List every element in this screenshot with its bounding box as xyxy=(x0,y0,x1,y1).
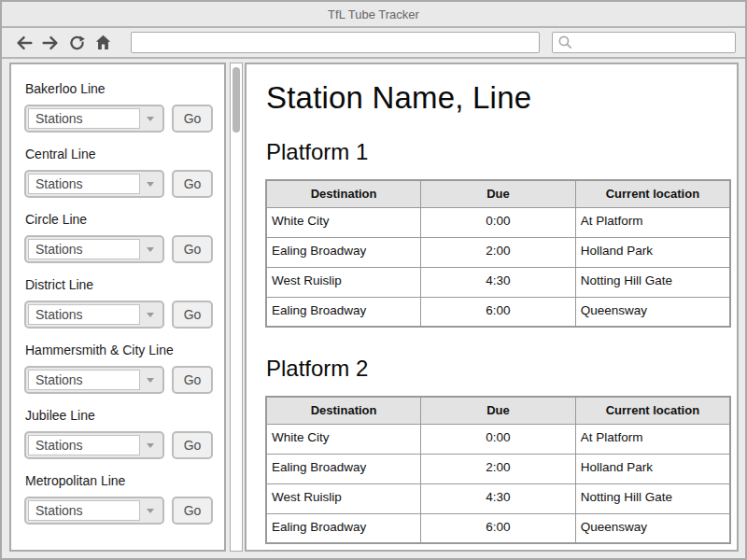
line-label: Metropolitan Line xyxy=(25,473,213,488)
browser-toolbar xyxy=(2,28,745,59)
cell-destination: West Ruislip xyxy=(266,483,421,513)
lines-sidebar: Bakerloo Line Stations Go Central Line S… xyxy=(9,63,226,552)
stations-dropdown[interactable]: Stations xyxy=(24,431,164,459)
window-title: TfL Tube Tracker xyxy=(328,7,419,21)
page-title: Station Name, Line xyxy=(266,79,726,117)
cell-destination: Ealing Broadway xyxy=(266,454,421,483)
stations-dropdown[interactable]: Stations xyxy=(24,235,164,263)
cell-due: 2:00 xyxy=(421,454,576,483)
cell-destination: Ealing Broadway xyxy=(266,513,421,543)
line-label: Circle Line xyxy=(25,212,213,227)
cell-due: 4:30 xyxy=(421,483,576,513)
cell-due: 6:00 xyxy=(421,513,576,543)
sidebar-scrollbar-thumb[interactable] xyxy=(233,67,240,133)
forward-arrow-icon xyxy=(40,33,61,53)
cell-due: 2:00 xyxy=(421,237,576,267)
col-header-due: Due xyxy=(421,397,576,424)
line-label: Central Line xyxy=(25,147,213,161)
cell-current-location: Notting Hill Gate xyxy=(575,483,730,513)
back-arrow-icon xyxy=(14,33,35,53)
title-bar: TfL Tube Tracker xyxy=(2,2,745,28)
col-header-current-location: Current location xyxy=(575,180,730,207)
table-row: White City 0:00 At Platform xyxy=(266,424,730,454)
main-panel: Station Name, Line Platform 1 Destinatio… xyxy=(245,63,739,552)
chevron-down-icon[interactable] xyxy=(140,108,161,129)
line-label: Hammersmith & City Line xyxy=(25,343,213,357)
back-button[interactable] xyxy=(11,31,37,55)
table-row: Ealing Broadway 2:00 Holland Park xyxy=(266,454,730,483)
refresh-button[interactable] xyxy=(63,31,90,55)
cell-due: 4:30 xyxy=(421,267,576,297)
col-header-current-location: Current location xyxy=(575,397,730,424)
stations-dropdown[interactable]: Stations xyxy=(24,301,164,329)
cell-current-location: At Platform xyxy=(575,207,730,237)
table-header-row: Destination Due Current location xyxy=(266,180,730,207)
cell-due: 6:00 xyxy=(421,297,576,327)
line-section-hammersmith-city: Hammersmith & City Line Stations Go xyxy=(24,343,213,394)
go-button[interactable]: Go xyxy=(172,431,213,459)
line-label: Bakerloo Line xyxy=(25,81,213,96)
stations-dropdown-value: Stations xyxy=(28,239,140,259)
line-section-jubilee: Jubilee Line Stations Go xyxy=(24,408,213,459)
stations-dropdown-value: Stations xyxy=(28,370,140,390)
chevron-down-icon[interactable] xyxy=(140,174,161,194)
cell-current-location: At Platform xyxy=(575,424,730,454)
forward-button[interactable] xyxy=(37,31,63,55)
cell-destination: White City xyxy=(266,207,421,237)
table-row: West Ruislip 4:30 Notting Hill Gate xyxy=(266,483,730,513)
platform-2-heading: Platform 2 xyxy=(266,356,726,382)
go-button[interactable]: Go xyxy=(172,235,213,263)
cell-current-location: Queensway xyxy=(575,297,730,327)
go-button[interactable]: Go xyxy=(172,366,213,394)
stations-dropdown-value: Stations xyxy=(28,304,140,325)
stations-dropdown[interactable]: Stations xyxy=(24,105,164,133)
col-header-destination: Destination xyxy=(266,180,421,207)
line-section-circle: Circle Line Stations Go xyxy=(24,212,213,263)
cell-destination: Ealing Broadway xyxy=(266,297,421,327)
platform-1-heading: Platform 1 xyxy=(266,139,726,165)
url-input[interactable] xyxy=(131,32,540,53)
stations-dropdown-value: Stations xyxy=(28,435,140,455)
line-section-central: Central Line Stations Go xyxy=(24,147,213,198)
table-header-row: Destination Due Current location xyxy=(266,397,730,424)
stations-dropdown-value: Stations xyxy=(28,108,140,129)
stations-dropdown[interactable]: Stations xyxy=(24,170,164,198)
search-box[interactable] xyxy=(552,32,736,53)
cell-current-location: Holland Park xyxy=(575,454,730,483)
cell-destination: West Ruislip xyxy=(266,267,421,297)
platform-1-departures-table: Destination Due Current location White C… xyxy=(265,179,731,328)
go-button[interactable]: Go xyxy=(172,170,213,198)
app-window: TfL Tube Tracker xyxy=(0,0,747,560)
go-button[interactable]: Go xyxy=(172,301,213,329)
home-button[interactable] xyxy=(90,31,116,55)
cell-current-location: Holland Park xyxy=(575,237,730,267)
line-label: Jubilee Line xyxy=(25,408,213,423)
chevron-down-icon[interactable] xyxy=(140,304,161,325)
chevron-down-icon[interactable] xyxy=(140,435,161,455)
content-area: Bakerloo Line Stations Go Central Line S… xyxy=(2,59,745,558)
col-header-due: Due xyxy=(421,180,576,207)
cell-current-location: Queensway xyxy=(575,513,730,543)
cell-destination: White City xyxy=(266,424,421,454)
col-header-destination: Destination xyxy=(266,397,421,424)
line-section-metropolitan: Metropolitan Line Stations Go xyxy=(24,473,213,525)
table-row: Ealing Broadway 6:00 Queensway xyxy=(266,297,730,327)
stations-dropdown[interactable]: Stations xyxy=(24,366,164,394)
line-section-bakerloo: Bakerloo Line Stations Go xyxy=(24,81,213,133)
go-button[interactable]: Go xyxy=(172,105,213,133)
table-row: Ealing Broadway 6:00 Queensway xyxy=(266,513,730,543)
search-input[interactable] xyxy=(574,35,735,49)
platform-2-departures-table: Destination Due Current location White C… xyxy=(265,396,731,544)
table-row: West Ruislip 4:30 Notting Hill Gate xyxy=(266,267,730,297)
chevron-down-icon[interactable] xyxy=(140,370,161,390)
cell-destination: Ealing Broadway xyxy=(266,237,421,267)
sidebar-scrollbar-track[interactable] xyxy=(230,63,243,552)
chevron-down-icon[interactable] xyxy=(140,239,161,259)
refresh-icon xyxy=(67,33,87,52)
cell-due: 0:00 xyxy=(421,207,576,237)
stations-dropdown[interactable]: Stations xyxy=(24,497,164,525)
line-label: District Line xyxy=(25,277,213,292)
table-row: White City 0:00 At Platform xyxy=(266,207,730,237)
chevron-down-icon[interactable] xyxy=(140,500,161,521)
go-button[interactable]: Go xyxy=(172,497,213,525)
